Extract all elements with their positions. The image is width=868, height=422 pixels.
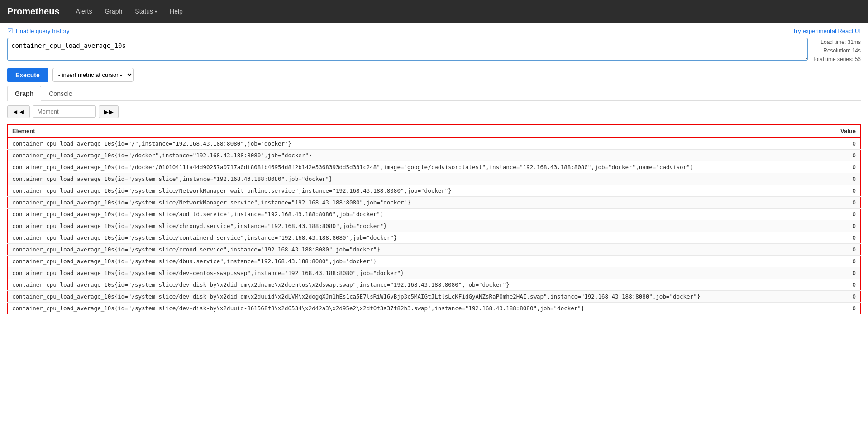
table-row: container_cpu_load_average_10s{id="/syst… (8, 279, 861, 290)
time-nav: ◄◄ ▶▶ (7, 105, 861, 118)
table-row: container_cpu_load_average_10s{id="/dock… (8, 161, 861, 173)
query-history-toggle[interactable]: ☑ Enable query history (7, 27, 70, 34)
table-body: container_cpu_load_average_10s{id="/",in… (8, 138, 861, 314)
total-series-stat: Total time series: 56 (812, 55, 861, 64)
tab-console[interactable]: Console (41, 86, 80, 101)
main-content: ☑ Enable query history Try experimental … (0, 23, 868, 319)
value-cell: 0 (831, 243, 860, 255)
value-cell: 0 (831, 196, 860, 208)
table-row: container_cpu_load_average_10s{id="/syst… (8, 290, 861, 302)
element-cell: container_cpu_load_average_10s{id="/dock… (8, 149, 832, 161)
element-column-header: Element (8, 124, 832, 138)
table-row: container_cpu_load_average_10s{id="/syst… (8, 267, 861, 279)
nav-alerts[interactable]: Alerts (71, 4, 98, 19)
element-cell: container_cpu_load_average_10s{id="/dock… (8, 161, 832, 173)
resolution-stat: Resolution: 14s (812, 47, 861, 55)
table-row: container_cpu_load_average_10s{id="/syst… (8, 220, 861, 232)
metric-select[interactable]: - insert metric at cursor - (52, 68, 134, 82)
moment-input[interactable] (33, 105, 96, 118)
value-cell: 0 (831, 267, 860, 279)
table-row: container_cpu_load_average_10s{id="/syst… (8, 232, 861, 243)
element-cell: container_cpu_load_average_10s{id="/syst… (8, 302, 832, 314)
react-ui-link[interactable]: Try experimental React UI (792, 28, 861, 34)
nav-status-label: Status (135, 8, 153, 15)
table-row: container_cpu_load_average_10s{id="/syst… (8, 185, 861, 196)
top-controls-row: ☑ Enable query history Try experimental … (7, 27, 861, 34)
table-row: container_cpu_load_average_10s{id="/dock… (8, 149, 861, 161)
results-table: Element Value container_cpu_load_average… (7, 124, 861, 314)
nav-status-dropdown[interactable]: Status ▾ (129, 4, 162, 19)
element-cell: container_cpu_load_average_10s{id="/syst… (8, 243, 832, 255)
element-cell: container_cpu_load_average_10s{id="/syst… (8, 255, 832, 267)
query-history-label-text: Enable query history (16, 28, 70, 34)
value-cell: 0 (831, 279, 860, 290)
value-column-header: Value (831, 124, 860, 138)
value-cell: 0 (831, 255, 860, 267)
query-input-container (7, 38, 808, 62)
execute-button[interactable]: Execute (7, 68, 48, 82)
query-row: Load time: 31ms Resolution: 14s Total ti… (7, 38, 861, 64)
nav-help[interactable]: Help (164, 4, 188, 19)
tab-graph-label: Graph (15, 90, 33, 97)
element-cell: container_cpu_load_average_10s{id="/",in… (8, 138, 832, 150)
nav-links: Alerts Graph Status ▾ Help (71, 4, 188, 19)
tab-graph[interactable]: Graph (7, 86, 41, 101)
element-cell: container_cpu_load_average_10s{id="/syst… (8, 196, 832, 208)
value-cell: 0 (831, 220, 860, 232)
tabs-bar: Graph Console (7, 86, 861, 101)
table-row: container_cpu_load_average_10s{id="/syst… (8, 208, 861, 220)
table-row: container_cpu_load_average_10s{id="/syst… (8, 173, 861, 185)
value-cell: 0 (831, 185, 860, 196)
navbar: Prometheus Alerts Graph Status ▾ Help (0, 0, 868, 23)
table-row: container_cpu_load_average_10s{id="/syst… (8, 196, 861, 208)
value-cell: 0 (831, 302, 860, 314)
table-row: container_cpu_load_average_10s{id="/syst… (8, 243, 861, 255)
value-cell: 0 (831, 208, 860, 220)
value-cell: 0 (831, 138, 860, 150)
brand-link[interactable]: Prometheus (7, 6, 60, 17)
element-cell: container_cpu_load_average_10s{id="/syst… (8, 290, 832, 302)
chevron-down-icon: ▾ (155, 9, 157, 14)
element-cell: container_cpu_load_average_10s{id="/syst… (8, 185, 832, 196)
element-cell: container_cpu_load_average_10s{id="/syst… (8, 232, 832, 243)
table-row: container_cpu_load_average_10s{id="/syst… (8, 302, 861, 314)
load-time-stat: Load time: 31ms (812, 38, 861, 47)
element-cell: container_cpu_load_average_10s{id="/syst… (8, 208, 832, 220)
query-input[interactable] (7, 38, 808, 61)
value-cell: 0 (831, 290, 860, 302)
element-cell: container_cpu_load_average_10s{id="/syst… (8, 220, 832, 232)
table-row: container_cpu_load_average_10s{id="/syst… (8, 255, 861, 267)
tab-console-label: Console (49, 90, 72, 97)
value-cell: 0 (831, 173, 860, 185)
element-cell: container_cpu_load_average_10s{id="/syst… (8, 279, 832, 290)
element-cell: container_cpu_load_average_10s{id="/syst… (8, 267, 832, 279)
nav-graph[interactable]: Graph (99, 4, 128, 19)
checkbox-icon: ☑ (7, 27, 13, 34)
stats-block: Load time: 31ms Resolution: 14s Total ti… (812, 38, 861, 64)
table-row: container_cpu_load_average_10s{id="/",in… (8, 138, 861, 150)
value-cell: 0 (831, 161, 860, 173)
time-back-button[interactable]: ◄◄ (7, 105, 30, 118)
time-forward-button[interactable]: ▶▶ (99, 105, 119, 118)
value-cell: 0 (831, 149, 860, 161)
value-cell: 0 (831, 232, 860, 243)
table-header: Element Value (8, 124, 861, 138)
element-cell: container_cpu_load_average_10s{id="/syst… (8, 173, 832, 185)
execute-row: Execute - insert metric at cursor - (7, 68, 861, 82)
